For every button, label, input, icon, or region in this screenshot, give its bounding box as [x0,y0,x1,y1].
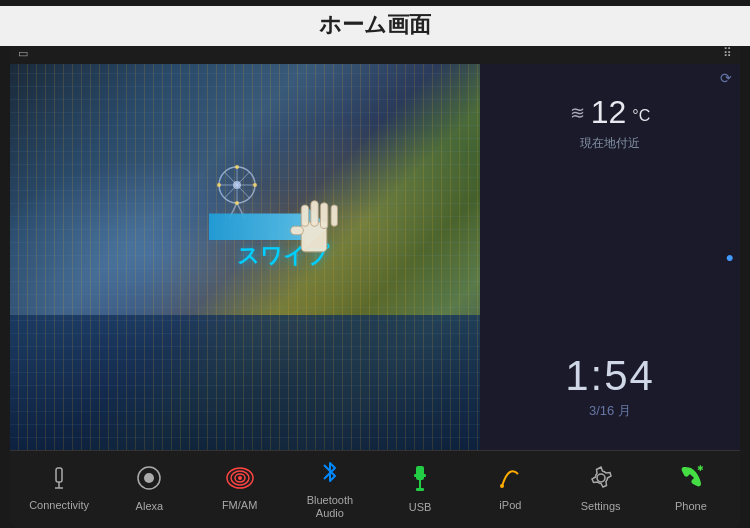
nav-item-phone[interactable]: ✱ Phone [646,459,736,519]
phone-icon: ✱ [679,465,703,495]
usb-label: USB [409,501,432,514]
svg-point-32 [597,474,605,482]
fmam-icon [225,466,255,494]
map-panel: スワイプ [10,64,480,450]
svg-rect-16 [320,202,327,228]
clock-section: 1:54 3/16 月 [480,352,740,420]
svg-point-31 [500,484,504,488]
svg-point-10 [217,183,221,187]
swipe-overlay: スワイプ [209,205,329,271]
location-label: 現在地付近 [580,135,640,152]
svg-rect-28 [414,474,426,477]
alexa-label: Alexa [136,500,164,513]
svg-point-22 [144,473,154,483]
temperature-value: 12 [591,94,627,131]
svg-text:✱: ✱ [697,465,703,473]
wind-icon: ≋ [570,102,585,124]
svg-rect-17 [331,205,337,226]
phone-label: Phone [675,500,707,513]
nav-item-connectivity[interactable]: Connectivity [14,460,104,518]
ipod-label: iPod [499,499,521,512]
svg-rect-13 [290,226,303,235]
grid-icon: ⠿ [723,46,732,60]
nav-item-usb[interactable]: USB [375,458,465,520]
hand-cursor-icon [279,190,349,270]
clock-date: 3/16 月 [589,402,631,420]
weather-section: ≋ 12 °C 現在地付近 [490,94,730,152]
settings-label: Settings [581,500,621,513]
connectivity-label: Connectivity [29,499,89,512]
bluetooth-icon [319,459,341,489]
svg-point-8 [235,165,239,169]
svg-rect-27 [416,466,424,480]
nav-item-alexa[interactable]: Alexa [104,459,194,519]
info-panel: ⟳ ≋ 12 °C 現在地付近 1:54 3/16 月 ● [480,64,740,450]
screen-icon: ▭ [18,47,28,60]
nav-item-settings[interactable]: Settings [556,459,646,519]
page-title: ホーム画面 [0,6,750,46]
svg-point-11 [253,183,257,187]
nav-bar: Connectivity Alexa FM/AM [10,450,740,528]
svg-rect-14 [301,205,308,226]
usb-icon [409,464,431,496]
fmam-label: FM/AM [222,499,257,512]
ipod-icon [498,466,522,494]
weather-row: ≋ 12 °C [570,94,651,131]
svg-point-26 [238,476,242,480]
temperature-unit: °C [632,107,650,125]
bluetooth-label: Bluetooth Audio [307,494,353,520]
svg-rect-30 [416,488,424,491]
alexa-icon [136,465,162,495]
connectivity-icon [47,466,71,494]
settings-icon [588,465,614,495]
nav-item-fmam[interactable]: FM/AM [195,460,285,518]
clock-time: 1:54 [565,352,655,400]
settings-top-icon[interactable]: ⟳ [720,70,732,86]
svg-rect-18 [56,468,62,482]
svg-rect-15 [310,200,317,226]
content-area: スワイプ [10,64,740,450]
device-frame: ▭ ⠿ [10,42,740,528]
nav-item-ipod[interactable]: iPod [465,460,555,518]
right-edge-dot: ● [726,249,734,265]
nav-item-bluetooth[interactable]: Bluetooth Audio [285,453,375,526]
top-bar-left: ▭ [18,47,28,60]
